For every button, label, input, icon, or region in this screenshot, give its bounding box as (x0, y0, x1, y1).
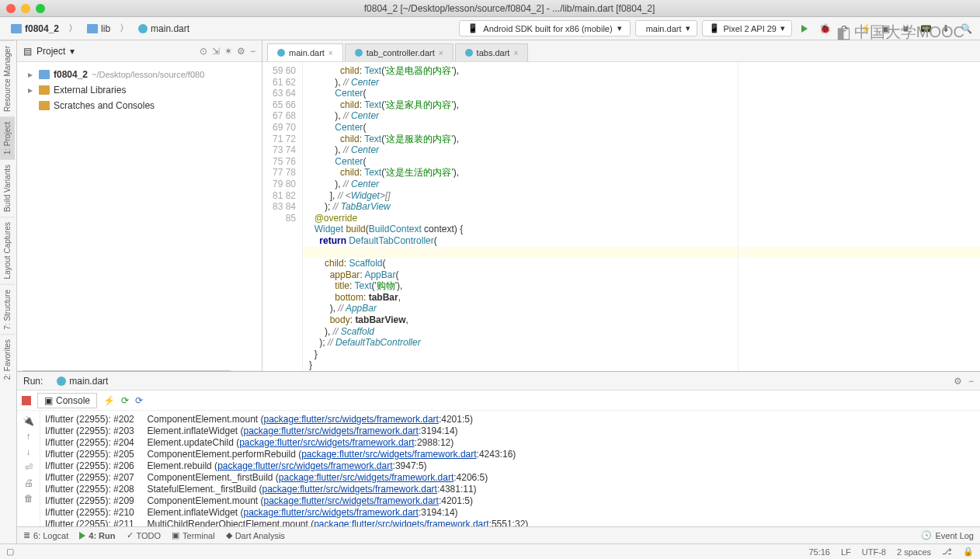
attach-icon[interactable]: 🔌 (23, 415, 34, 426)
left-tool-strip: Resource Manager 1: Project Build Varian… (0, 40, 17, 543)
breadcrumb-file[interactable]: main.dart (134, 22, 194, 36)
chevron-right-icon[interactable]: ▸ (28, 82, 35, 98)
tool-tab-label: Event Log (935, 531, 974, 540)
console-output[interactable]: I/flutter (22955): #202 ComponentElement… (40, 411, 980, 526)
up-icon[interactable]: ↑ (26, 431, 31, 442)
status-icon[interactable]: ▢ (6, 547, 14, 557)
settings-icon[interactable]: ⚙ (237, 46, 245, 57)
watermark-logo: ◧ 中国大学MOOC (836, 22, 964, 43)
dart-file-icon (277, 49, 285, 57)
nav-toolbar: f0804_2 〉 lib 〉 main.dart 📱 Android SDK … (0, 17, 980, 40)
expand-icon[interactable]: ⇲ (212, 46, 220, 57)
tree-external-label: External Libraries (54, 82, 126, 98)
todo-icon: ✓ (127, 530, 134, 540)
play-icon (79, 532, 85, 540)
device-selector[interactable]: 📱 Android SDK built for x86 (mobile) ▾ (459, 20, 630, 36)
tool-tab-logcat[interactable]: ≣6: Logcat (23, 530, 68, 540)
tool-build-variants[interactable]: Build Variants (0, 159, 15, 217)
project-panel-header: ▤ Project ▾ ⊙ ⇲ ✶ ⚙ − (17, 40, 262, 62)
hot-reload-icon[interactable]: ⚡ (103, 395, 115, 406)
run-config-selector[interactable]: main.dart ▾ (635, 20, 697, 36)
blank-icon (28, 98, 35, 113)
devtools-icon[interactable]: ⟳ (135, 395, 143, 406)
down-icon[interactable]: ↓ (26, 446, 31, 457)
event-log-icon: 🕓 (921, 530, 932, 540)
editor-tab-tabs[interactable]: tabs.dart × (455, 43, 529, 61)
status-indent[interactable]: 2 spaces (897, 547, 931, 557)
tool-tab-event-log[interactable]: 🕓Event Log (921, 530, 974, 540)
library-icon (39, 85, 50, 95)
editor-body[interactable]: 59 60 61 62 63 64 65 66 67 68 69 70 71 7… (262, 62, 980, 378)
terminal-icon: ▣ (172, 530, 179, 540)
window-title: f0804_2 [~/Desktop/lesson/source/f0804_2… (45, 3, 974, 14)
debug-button[interactable]: 🐞 (817, 21, 832, 36)
tool-favorites[interactable]: 2: Favorites (0, 334, 15, 384)
run-panel-header: Run: main.dart ⚙ − (17, 372, 980, 391)
tool-tab-dart-analysis[interactable]: ◆Dart Analysis (226, 530, 285, 540)
tool-tab-label: 6: Logcat (33, 531, 68, 540)
status-cursor-position[interactable]: 75:16 (808, 547, 830, 557)
phone-icon: 📱 (709, 23, 720, 33)
tree-scratches-label: Scratches and Consoles (54, 98, 155, 113)
breadcrumb-folder[interactable]: lib (82, 22, 115, 36)
tree-external-libraries[interactable]: ▸ External Libraries (20, 82, 259, 98)
status-encoding[interactable]: UTF-8 (862, 547, 886, 557)
tool-tab-todo[interactable]: ✓TODO (127, 530, 162, 540)
chevron-right-icon: 〉 (120, 22, 129, 35)
breadcrumb-folder-label: lib (101, 23, 110, 34)
close-icon[interactable]: × (328, 49, 333, 57)
locate-icon[interactable]: ⊙ (200, 46, 207, 57)
print-icon[interactable]: 🖨 (24, 477, 33, 488)
collapse-icon[interactable]: ✶ (224, 46, 232, 57)
tool-tab-label: Dart Analysis (235, 531, 285, 540)
console-tab[interactable]: ▣ Console (37, 393, 97, 408)
watermark-text: 中国大学MOOC (854, 22, 964, 43)
hide-icon[interactable]: − (250, 46, 255, 57)
close-icon[interactable] (6, 4, 16, 13)
tool-tab-label: Terminal (182, 531, 215, 540)
status-line-separator[interactable]: LF (841, 547, 851, 557)
restart-icon[interactable]: ⟳ (121, 395, 129, 406)
chevron-down-icon: ▾ (780, 23, 785, 33)
tool-resource-manager[interactable]: Resource Manager (0, 40, 15, 116)
soft-wrap-icon[interactable]: ⏎ (25, 462, 33, 473)
breadcrumb-project[interactable]: f0804_2 (6, 22, 64, 36)
editor-tab-label: tab_controller.dart (367, 48, 435, 57)
settings-icon[interactable]: ⚙ (954, 376, 962, 387)
editor-tab-label: tabs.dart (477, 48, 510, 57)
status-git-branch[interactable]: ⎇ (942, 547, 952, 557)
tree-root[interactable]: ▸ f0804_2 ~/Desktop/lesson/source/f080 (20, 67, 259, 82)
console-icon: ▣ (44, 395, 53, 406)
editor-tab-main[interactable]: main.dart × (267, 43, 343, 61)
clear-icon[interactable]: 🗑 (24, 493, 33, 504)
editor-tab-controller[interactable]: tab_controller.dart × (345, 43, 454, 61)
avd-selector[interactable]: 📱 Pixel 2 API 29 ▾ (702, 20, 793, 36)
zoom-icon[interactable] (36, 4, 45, 13)
tool-structure[interactable]: 7: Structure (0, 284, 15, 335)
tool-layout-captures[interactable]: Layout Captures (0, 217, 15, 283)
run-panel-title: Run: (23, 376, 43, 387)
stop-icon[interactable] (22, 396, 31, 405)
close-icon[interactable]: × (513, 49, 518, 57)
close-icon[interactable]: × (439, 49, 443, 57)
chevron-down-icon[interactable]: ▾ (70, 46, 75, 57)
window-controls (6, 4, 45, 13)
tool-project[interactable]: 1: Project (0, 116, 15, 159)
run-file-label: main.dart (69, 376, 108, 387)
tree-scratches[interactable]: Scratches and Consoles (20, 98, 259, 113)
run-panel-file[interactable]: main.dart (50, 374, 114, 388)
line-gutter: 59 60 61 62 63 64 65 66 67 68 69 70 71 7… (262, 62, 303, 378)
folder-icon (11, 24, 22, 33)
tool-tab-run[interactable]: 4: Run (79, 531, 115, 540)
minimize-icon[interactable] (21, 4, 30, 13)
chevron-right-icon[interactable]: ▸ (28, 67, 35, 82)
code-area[interactable]: child: Text('这是电器的内容'), ), // Center Cen… (303, 62, 980, 378)
tool-tab-label: 4: Run (89, 531, 115, 540)
tool-tab-terminal[interactable]: ▣Terminal (172, 530, 215, 540)
run-button[interactable] (797, 21, 812, 36)
main-area: ▤ Project ▾ ⊙ ⇲ ✶ ⚙ − ▸ f0804_2 ~/Deskto… (17, 40, 980, 378)
status-lock-icon[interactable]: 🔒 (963, 547, 974, 557)
hide-icon[interactable]: − (968, 376, 974, 387)
tree-root-label: f0804_2 (54, 67, 88, 82)
dart-file-icon (57, 377, 66, 386)
